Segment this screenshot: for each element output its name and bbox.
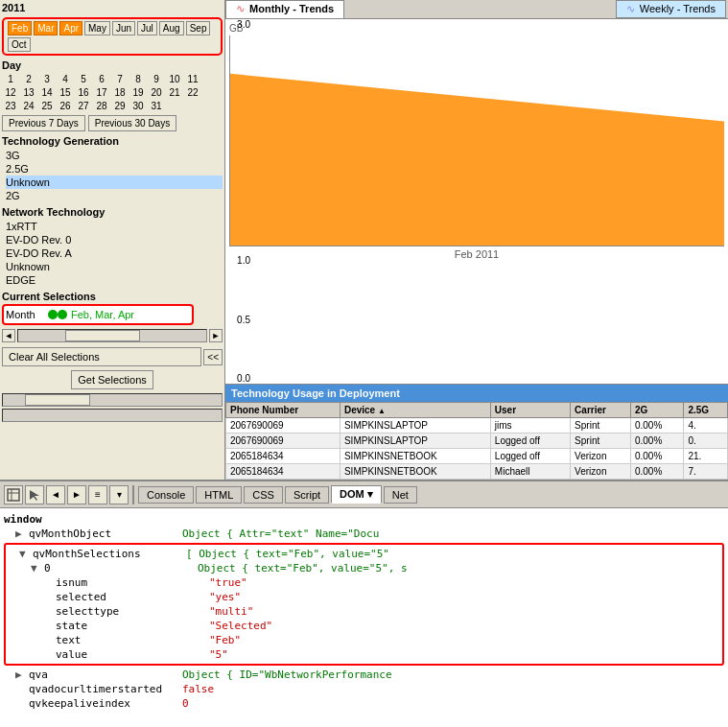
day-cell-24[interactable]: 24 [20, 100, 37, 112]
forward-icon-btn[interactable]: ► [67, 485, 86, 504]
list-icon-btn[interactable]: ≡ [88, 485, 107, 504]
network-tech-item-ev-do-rev--0[interactable]: EV-DO Rev. 0 [6, 233, 223, 246]
cell-g2: 0.00% [630, 418, 683, 434]
table-section: Technology Usage in Deployment Phone Num… [225, 384, 728, 480]
back-icon-btn[interactable]: ◄ [46, 485, 65, 504]
day-cell-3[interactable]: 3 [38, 73, 56, 85]
expand-arrow-2[interactable]: ▼ [19, 548, 33, 560]
month-btn-feb[interactable]: Feb [8, 21, 32, 35]
day-cell-16[interactable]: 16 [75, 86, 92, 99]
cell-g2: 0.00% [630, 464, 683, 480]
day-cell-23[interactable]: 23 [2, 100, 19, 112]
dbl-arrow-button[interactable]: << [203, 349, 223, 365]
bottom-hscroll[interactable] [2, 393, 223, 407]
month-btn-jun[interactable]: Jun [112, 21, 135, 35]
expand-arrow-1[interactable]: ▶ [15, 528, 29, 540]
day-cell-13[interactable]: 13 [20, 86, 37, 99]
tab-monthly[interactable]: ∿ Monthly - Trends [225, 0, 344, 18]
cell-carrier: Sprint [571, 418, 631, 434]
scroll-right-btn[interactable]: ► [209, 329, 223, 342]
tech-gen-item-2.5g[interactable]: 2.5G [6, 162, 223, 176]
clear-all-button[interactable]: Clear All Selections [2, 347, 201, 366]
month-btn-oct[interactable]: Oct [8, 37, 31, 52]
dt-tab-console[interactable]: Console [138, 486, 194, 504]
dt-selecttype-val: "multi" [209, 605, 253, 618]
day-cell-9[interactable]: 9 [148, 73, 165, 85]
get-selections-button[interactable]: Get Selections [71, 370, 153, 389]
dt-tab-script[interactable]: Script [285, 486, 329, 504]
expand-arrow-3[interactable]: ▼ [31, 562, 44, 575]
green-indicator2 [58, 310, 67, 319]
dt-tab-net[interactable]: Net [384, 486, 417, 504]
prev7-button[interactable]: Previous 7 Days [2, 115, 85, 131]
day-cell-26[interactable]: 26 [57, 100, 74, 112]
day-cell-4[interactable]: 4 [57, 73, 74, 85]
day-cell-21[interactable]: 21 [166, 86, 183, 99]
tech-gen-item-unknown[interactable]: Unknown [6, 176, 223, 189]
cursor-icon-btn[interactable] [25, 485, 44, 504]
table-scroll[interactable]: Phone Number Device ▲ User Carrier 2G 2.… [225, 402, 728, 480]
cell-device: SIMPKINSNETBOOK [340, 464, 490, 480]
day-cell-17[interactable]: 17 [93, 86, 110, 99]
dt-highlighted-box: ▼ qvMonthSelections [ Object { text="Feb… [4, 543, 724, 666]
day-cell-29[interactable]: 29 [111, 100, 129, 112]
day-cell-15[interactable]: 15 [57, 86, 74, 99]
day-cell-2[interactable]: 2 [20, 73, 37, 85]
network-tech-item-edge[interactable]: EDGE [6, 273, 223, 287]
devtools-toolbar: ◄ ► ≡ ▾ Console HTML CSS Script DOM ▾ Ne… [0, 481, 728, 508]
dt-tab-dom[interactable]: DOM ▾ [331, 485, 382, 504]
day-cell-11[interactable]: 11 [184, 73, 201, 85]
day-cell-12[interactable]: 12 [2, 86, 19, 99]
network-tech-item-unknown[interactable]: Unknown [6, 260, 223, 273]
month-btn-apr[interactable]: Apr [59, 21, 82, 35]
network-tech-title: Network Technology [2, 206, 223, 218]
bottom-hscroll2[interactable] [2, 409, 223, 422]
svg-rect-0 [8, 489, 19, 501]
day-cell-30[interactable]: 30 [129, 100, 147, 112]
dt-tab-css[interactable]: CSS [244, 486, 283, 504]
day-cell-25[interactable]: 25 [38, 100, 56, 112]
day-cell-14[interactable]: 14 [38, 86, 56, 99]
dt-qvmonthselections-val: [ Object { text="Feb", value="5" [186, 548, 389, 560]
prev30-button[interactable]: Previous 30 Days [88, 115, 176, 131]
month-btn-may[interactable]: May [84, 21, 110, 35]
dt-tab-html[interactable]: HTML [196, 486, 242, 504]
network-tech-item-ev-do-rev--a[interactable]: EV-DO Rev. A [6, 246, 223, 260]
day-cell-8[interactable]: 8 [129, 73, 147, 85]
day-cell-10[interactable]: 10 [166, 73, 183, 85]
inspect-icon-btn[interactable] [4, 485, 23, 504]
dropdown-icon-btn[interactable]: ▾ [109, 485, 129, 504]
dt-selected-key: selected [56, 591, 209, 603]
scroll-left-btn[interactable]: ◄ [2, 329, 15, 342]
col-user: User [490, 403, 570, 418]
network-tech-item-1xrtt[interactable]: 1xRTT [6, 220, 223, 233]
cell-g2: 0.00% [630, 434, 683, 449]
scroll-track[interactable] [17, 329, 207, 342]
month-btn-sep[interactable]: Sep [186, 21, 211, 35]
cell-device: SIMPKINSNETBOOK [340, 449, 490, 464]
dt-state-val: "Selected" [209, 620, 272, 632]
day-cell-28[interactable]: 28 [93, 100, 110, 112]
selection-month-label: Month [6, 309, 44, 320]
month-btn-mar[interactable]: Mar [34, 21, 58, 35]
chart-svg [230, 35, 724, 246]
day-cell-18[interactable]: 18 [111, 86, 129, 99]
cell-phone: 2065184634 [226, 449, 341, 464]
day-cell-20[interactable]: 20 [148, 86, 165, 99]
tab-weekly[interactable]: ∿ Weekly - Trends [616, 0, 726, 18]
month-btn-aug[interactable]: Aug [159, 21, 184, 35]
tech-gen-item-2g[interactable]: 2G [6, 189, 223, 202]
day-cell-31[interactable]: 31 [148, 100, 165, 112]
day-cell-19[interactable]: 19 [129, 86, 147, 99]
day-cell-6[interactable]: 6 [93, 73, 110, 85]
day-cell-22[interactable]: 22 [184, 86, 201, 99]
day-cell-27[interactable]: 27 [75, 100, 92, 112]
table-header: Technology Usage in Deployment [225, 385, 728, 402]
tech-gen-item-3g[interactable]: 3G [6, 149, 223, 162]
dt-window-label: window [4, 513, 157, 526]
expand-arrow-qva[interactable]: ▶ [15, 668, 29, 681]
day-cell-7[interactable]: 7 [111, 73, 129, 85]
day-cell-5[interactable]: 5 [75, 73, 92, 85]
day-cell-1[interactable]: 1 [2, 73, 19, 85]
month-btn-jul[interactable]: Jul [137, 21, 157, 35]
